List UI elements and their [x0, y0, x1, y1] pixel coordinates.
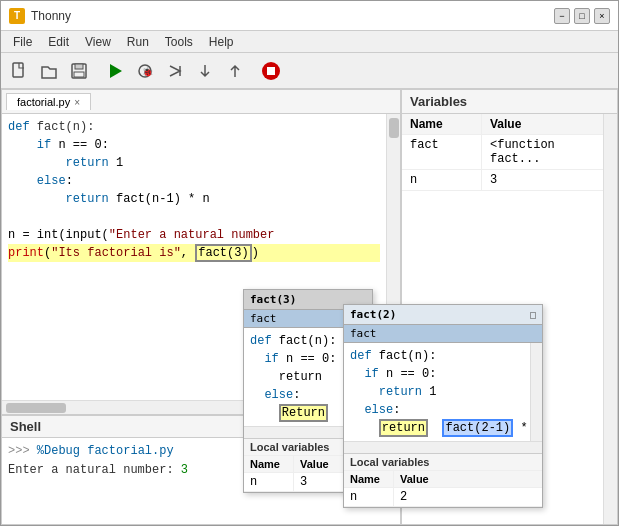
code-line-5: return fact(n-1) * n — [8, 190, 380, 208]
editor-tab-factorial[interactable]: factorial.py × — [6, 93, 91, 110]
frame2-local-n: n 2 — [344, 488, 542, 507]
step-out-button[interactable] — [221, 57, 249, 85]
variable-row-fact: fact <function fact... — [402, 135, 603, 170]
close-button[interactable]: × — [594, 8, 610, 24]
frame2-scrollbar-h[interactable] — [344, 441, 542, 453]
code-line-6 — [8, 208, 380, 226]
frame2-title-bar[interactable]: fact(2) □ — [344, 305, 542, 325]
call-frame-fact2: fact(2) □ fact def fact(n): if n == 0: r… — [343, 304, 543, 508]
svg-rect-3 — [74, 72, 84, 77]
variables-scrollbar-v[interactable] — [603, 114, 617, 524]
frame2-close-icon[interactable]: □ — [530, 309, 536, 320]
editor-tab-bar: factorial.py × — [2, 90, 400, 114]
var-name-fact: fact — [402, 135, 482, 169]
stop-button[interactable] — [257, 57, 285, 85]
frame2-code[interactable]: def fact(n): if n == 0: return 1 else: r… — [344, 343, 530, 441]
shell-input-value: 3 — [181, 463, 188, 477]
variable-row-n: n 3 — [402, 170, 603, 191]
debug-button[interactable]: 🐞 — [131, 57, 159, 85]
toolbar: 🐞 — [1, 53, 618, 89]
code-line-2: if n == 0: — [8, 136, 380, 154]
var-value-fact: <function fact... — [482, 135, 603, 169]
window-title: Thonny — [31, 9, 554, 23]
code-line-3: return 1 — [8, 154, 380, 172]
app-icon: T — [9, 8, 25, 24]
frame3-title: fact(3) — [250, 293, 296, 306]
frame2-focus-label: fact — [344, 325, 542, 343]
menu-bar: File Edit View Run Tools Help — [1, 31, 618, 53]
step-over-button[interactable] — [161, 57, 189, 85]
frame2-line1: def fact(n): — [350, 347, 524, 365]
menu-edit[interactable]: Edit — [40, 33, 77, 51]
main-window: T Thonny − □ × File Edit View Run Tools … — [0, 0, 619, 526]
tab-label: factorial.py — [17, 96, 70, 108]
menu-view[interactable]: View — [77, 33, 119, 51]
frame2-line5: return fact(2-1) * n — [350, 419, 524, 437]
tab-close-icon[interactable]: × — [74, 97, 80, 108]
frame2-locals: Local variables Name Value n 2 — [344, 453, 542, 507]
code-line-7: n = int(input("Enter a natural number — [8, 226, 380, 244]
menu-file[interactable]: File — [5, 33, 40, 51]
code-line-1: def fact(n): — [8, 118, 380, 136]
frame2-locals-header: Local variables — [344, 454, 542, 471]
open-file-button[interactable] — [35, 57, 63, 85]
frame3-line1: def fact(n): — [250, 332, 354, 350]
shell-prompt: >>> — [8, 444, 37, 458]
main-area: factorial.py × def fact(n): if n == 0: r… — [1, 89, 618, 525]
menu-run[interactable]: Run — [119, 33, 157, 51]
frame3-line5: Return — [250, 404, 354, 422]
variables-title: Variables — [410, 94, 467, 109]
svg-text:🐞: 🐞 — [142, 66, 154, 78]
frame2-line4: else: — [350, 401, 524, 419]
save-file-button[interactable] — [65, 57, 93, 85]
svg-rect-8 — [267, 67, 275, 75]
new-file-button[interactable] — [5, 57, 33, 85]
col-name-header: Name — [402, 114, 482, 134]
title-bar: T Thonny − □ × — [1, 1, 618, 31]
variables-header: Variables — [402, 90, 617, 114]
frame2-line3: return 1 — [350, 383, 524, 401]
frame3-line4: else: — [250, 386, 354, 404]
frame3-line3: return — [250, 368, 354, 386]
menu-tools[interactable]: Tools — [157, 33, 201, 51]
svg-rect-2 — [75, 64, 83, 69]
col-value-header: Value — [482, 114, 603, 134]
step-into-button[interactable] — [191, 57, 219, 85]
shell-output-text: Enter a natural number: — [8, 463, 181, 477]
variables-col-header: Name Value — [402, 114, 603, 135]
frame2-scrollbar-v[interactable] — [530, 343, 542, 441]
code-line-4: else: — [8, 172, 380, 190]
shell-command: %Debug factorial.py — [37, 444, 174, 458]
code-line-8: print("Its factorial is", fact(3)) — [8, 244, 380, 262]
menu-help[interactable]: Help — [201, 33, 242, 51]
frame2-locals-col-header: Name Value — [344, 471, 542, 488]
svg-rect-0 — [13, 63, 23, 77]
run-button[interactable] — [101, 57, 129, 85]
frame2-line2: if n == 0: — [350, 365, 524, 383]
frame3-line2: if n == 0: — [250, 350, 354, 368]
frame2-title: fact(2) — [350, 308, 396, 321]
var-value-n: 3 — [482, 170, 603, 190]
window-controls: − □ × — [554, 8, 610, 24]
svg-marker-4 — [110, 64, 122, 78]
shell-title: Shell — [10, 419, 41, 434]
var-name-n: n — [402, 170, 482, 190]
minimize-button[interactable]: − — [554, 8, 570, 24]
maximize-button[interactable]: □ — [574, 8, 590, 24]
